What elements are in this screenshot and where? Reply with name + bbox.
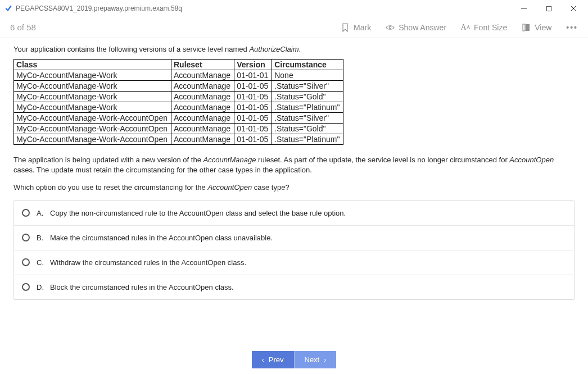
table-cell: 01-01-05 <box>234 102 272 113</box>
radio-icon <box>22 258 30 266</box>
col-ruleset: Ruleset <box>171 60 234 70</box>
answer-option-b[interactable]: B.Make the circumstanced rules in the Ac… <box>14 226 574 250</box>
answer-option-d[interactable]: D.Block the circumstanced rules in the A… <box>14 275 574 299</box>
mark-button[interactable]: Mark <box>341 23 371 32</box>
col-version: Version <box>234 60 272 70</box>
eye-icon <box>386 23 395 32</box>
option-label: A.Copy the non-circumstanced rule to the… <box>37 209 346 217</box>
chevron-right-icon: › <box>324 356 326 364</box>
window-buttons <box>512 0 586 17</box>
table-cell: .Status="Silver" <box>272 113 343 124</box>
next-button[interactable]: Next › <box>294 351 337 368</box>
table-row: MyCo-AccountManage-Work-AccountOpenAccou… <box>14 124 343 134</box>
sla-table: Class Ruleset Version Circumstance MyCo-… <box>13 59 343 145</box>
table-cell: .Status="Silver" <box>272 81 343 92</box>
table-cell: 01-01-01 <box>234 70 272 81</box>
svg-point-4 <box>389 26 391 29</box>
prev-button[interactable]: ‹ Prev <box>252 351 294 368</box>
view-label: View <box>535 23 551 32</box>
table-cell: MyCo-AccountManage-Work-AccountOpen <box>14 113 171 124</box>
option-label: D.Block the circumstanced rules in the A… <box>37 283 234 291</box>
table-cell: MyCo-AccountManage-Work-AccountOpen <box>14 134 171 145</box>
table-cell: MyCo-AccountManage-Work <box>14 70 171 81</box>
answer-option-c[interactable]: C.Withdraw the circumstanced rules in th… <box>14 250 574 275</box>
table-cell: AccountManage <box>171 124 234 134</box>
maximize-button[interactable] <box>536 0 561 17</box>
table-cell: None <box>272 70 343 81</box>
table-cell: .Status="Platinum" <box>272 134 343 145</box>
prev-label: Prev <box>269 355 284 364</box>
table-cell: 01-01-05 <box>234 134 272 145</box>
chevron-left-icon: ‹ <box>262 356 264 364</box>
table-cell: AccountManage <box>171 81 234 92</box>
more-icon: ••• <box>566 23 578 32</box>
table-cell: .Status="Gold" <box>272 124 343 134</box>
option-label: B.Make the circumstanced rules in the Ac… <box>37 234 273 242</box>
show-answer-label: Show Answer <box>399 23 446 32</box>
view-icon <box>522 23 531 32</box>
table-cell: MyCo-AccountManage-Work <box>14 92 171 102</box>
col-class: Class <box>14 60 171 70</box>
table-cell: AccountManage <box>171 113 234 124</box>
table-cell: AccountManage <box>171 92 234 102</box>
svg-rect-1 <box>546 6 551 11</box>
radio-icon <box>22 234 30 241</box>
table-cell: MyCo-AccountManage-Work-AccountOpen <box>14 124 171 134</box>
table-row: MyCo-AccountManage-Work-AccountOpenAccou… <box>14 134 343 145</box>
table-row: MyCo-AccountManage-WorkAccountManage01-0… <box>14 92 343 102</box>
question-counter: 6 of 58 <box>10 22 341 32</box>
option-label: C.Withdraw the circumstanced rules in th… <box>37 258 246 267</box>
table-cell: AccountManage <box>171 70 234 81</box>
table-cell: AccountManage <box>171 102 234 113</box>
svg-rect-5 <box>523 24 525 31</box>
table-row: MyCo-AccountManage-Work-AccountOpenAccou… <box>14 113 343 124</box>
question-content: Your application contains the following … <box>0 38 588 307</box>
table-cell: MyCo-AccountManage-Work <box>14 102 171 113</box>
table-cell: MyCo-AccountManage-Work <box>14 81 171 92</box>
table-row: MyCo-AccountManage-WorkAccountManage01-0… <box>14 102 343 113</box>
table-cell: 01-01-05 <box>234 92 272 102</box>
font-size-label: Font Size <box>474 23 507 32</box>
question-intro: Your application contains the following … <box>13 45 575 53</box>
window-title: PEGAPCSSA80V1_2019.prepaway.premium.exam… <box>16 4 512 12</box>
table-row: MyCo-AccountManage-WorkAccountManage01-0… <box>14 70 343 81</box>
bookmark-icon <box>341 23 350 32</box>
radio-icon <box>22 209 30 217</box>
table-cell: 01-01-05 <box>234 124 272 134</box>
app-check-icon <box>4 4 12 12</box>
close-button[interactable] <box>561 0 586 17</box>
answer-option-a[interactable]: A.Copy the non-circumstanced rule to the… <box>14 201 574 226</box>
col-circumstance: Circumstance <box>272 60 343 70</box>
question-ask: Which option do you use to reset the cir… <box>13 183 575 193</box>
table-cell: .Status="Platinum" <box>272 102 343 113</box>
font-size-icon: AA <box>461 23 470 32</box>
table-cell: 01-01-05 <box>234 113 272 124</box>
nav-bar: ‹ Prev Next › <box>0 351 588 368</box>
table-cell: .Status="Gold" <box>272 92 343 102</box>
font-size-button[interactable]: AA Font Size <box>461 23 507 32</box>
radio-icon <box>22 283 30 291</box>
table-cell: AccountManage <box>171 134 234 145</box>
mark-label: Mark <box>354 23 371 32</box>
question-paragraph: The application is being updated with a … <box>13 155 575 175</box>
show-answer-button[interactable]: Show Answer <box>386 23 446 32</box>
table-cell: 01-01-05 <box>234 81 272 92</box>
table-row: MyCo-AccountManage-WorkAccountManage01-0… <box>14 81 343 92</box>
window-titlebar: PEGAPCSSA80V1_2019.prepaway.premium.exam… <box>0 0 588 17</box>
svg-rect-6 <box>526 24 530 31</box>
view-button[interactable]: View <box>522 23 551 32</box>
more-button[interactable]: ••• <box>566 23 578 32</box>
minimize-button[interactable] <box>512 0 536 17</box>
next-label: Next <box>305 355 320 364</box>
toolbar: 6 of 58 Mark Show Answer AA Font Size Vi… <box>0 17 588 38</box>
answer-options: A.Copy the non-circumstanced rule to the… <box>13 200 575 300</box>
